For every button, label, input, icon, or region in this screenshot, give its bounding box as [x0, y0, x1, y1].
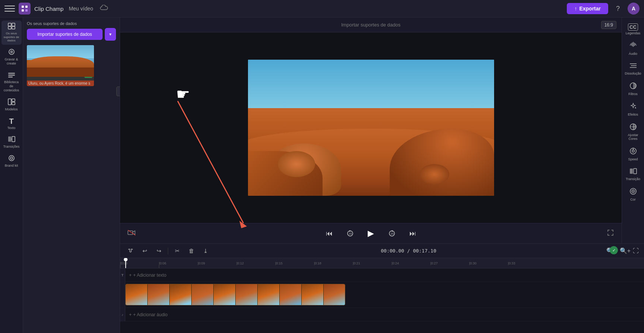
- video-track-content[interactable]: [125, 282, 644, 308]
- delete-clip-button[interactable]: 🗑: [186, 246, 197, 256]
- right-sidebar-item-captions[interactable]: CC Legendas: [623, 21, 643, 38]
- preview-top-bar: Importar suportes de dados 16:9: [120, 18, 622, 32]
- right-sidebar-item-speed[interactable]: Speed: [623, 144, 643, 164]
- skip-back-icon: ⏮: [326, 230, 333, 238]
- svg-point-9: [10, 50, 13, 53]
- play-pause-button[interactable]: ▶: [364, 227, 378, 240]
- video-clip-strip[interactable]: [125, 284, 345, 305]
- right-sidebar-item-audio[interactable]: Áudio: [623, 39, 643, 59]
- ruler-mark-3: |0:12: [236, 258, 275, 268]
- video-frame-4: [192, 284, 214, 305]
- templates-icon: [8, 98, 15, 106]
- right-sidebar-item-dissolve[interactable]: Dissolução: [623, 59, 643, 78]
- add-text-button[interactable]: + + Adicionar texto: [125, 273, 166, 278]
- preview-area: Importar suportes de dados 16:9: [120, 18, 622, 244]
- ruler-mark-6: |0:21: [353, 258, 392, 268]
- text-track-type-label: T: [122, 273, 124, 277]
- add-audio-button[interactable]: + + Adicionar áudio: [125, 312, 167, 317]
- filters-icon: [629, 82, 637, 91]
- download-button[interactable]: ⤓: [200, 246, 211, 256]
- sidebar-library-label: Biblioteca de conteúdos: [3, 80, 20, 92]
- media-item-uluru[interactable]: Uluru, ou Ayers Rock, é um enorme s 🗑 +: [27, 45, 94, 86]
- color-adjust-icon: [629, 123, 637, 132]
- svg-point-33: [632, 150, 634, 152]
- sidebar-item-text[interactable]: T Texto: [1, 115, 22, 132]
- ruler-mark-8: |0:27: [430, 258, 469, 268]
- skip-forward-icon: ⏭: [409, 230, 416, 238]
- add-text-label: + Adicionar texto: [133, 273, 166, 278]
- svg-text:10: 10: [349, 232, 352, 235]
- audio-track-content[interactable]: + + Adicionar áudio: [125, 308, 644, 321]
- right-sidebar-item-cor[interactable]: Cor: [623, 185, 643, 204]
- video-track-label: [120, 282, 125, 308]
- rock-formation: [248, 114, 494, 196]
- audio-track-label: ♪: [120, 308, 125, 321]
- audio-track: ♪ + + Adicionar áudio: [120, 308, 644, 321]
- sidebar-brand-label: Brand kit: [5, 164, 18, 168]
- sidebar-item-transitions[interactable]: Transições: [1, 133, 22, 151]
- rewind-10s-button[interactable]: 10: [343, 227, 357, 240]
- right-sidebar-item-transition[interactable]: Transição: [623, 165, 643, 184]
- ruler-mark-5: |0:18: [314, 258, 353, 268]
- sidebar-item-brand[interactable]: Brand kit: [1, 153, 22, 170]
- svg-rect-16: [8, 136, 11, 142]
- magnet-tool-button[interactable]: [125, 246, 136, 256]
- skip-back-button[interactable]: ⏮: [323, 227, 336, 240]
- import-media-hint: Importar suportes de dados: [341, 22, 400, 28]
- svg-rect-6: [8, 26, 11, 29]
- video-frame-3: [170, 284, 192, 305]
- topbar: Clip Champ Meu vídeo ↑ Exportar ? A: [0, 0, 644, 18]
- timeline-toolbar: ↩ ↪ ✂ 🗑 ⤓ 00:00.00 / 00:17.10 🔍− 🔍+ ⛶: [120, 244, 644, 258]
- right-sidebar-item-filters[interactable]: Filtros: [623, 79, 643, 99]
- import-media-button[interactable]: Importar suportes de dados: [27, 29, 103, 40]
- text-track-label: T: [120, 268, 125, 282]
- export-label: Exportar: [579, 6, 601, 12]
- upload-btn-row: Importar suportes de dados ▾: [23, 28, 120, 43]
- add-text-plus: +: [129, 273, 132, 278]
- sidebar-item-media[interactable]: Os seus suportes de dados: [1, 21, 22, 45]
- export-button[interactable]: ↑ Exportar: [567, 3, 608, 14]
- svg-point-39: [632, 191, 634, 192]
- dissolve-label: Dissolução: [625, 72, 641, 75]
- ruler-mark-4: |0:15: [275, 258, 314, 268]
- video-frame-7: [258, 284, 280, 305]
- right-sidebar-item-color[interactable]: Ajustar Cores: [623, 120, 643, 144]
- help-button[interactable]: ?: [612, 3, 624, 15]
- camera-off-button[interactable]: [128, 230, 136, 238]
- main-area: Os seus suportes de dados Gravar & creat…: [0, 18, 644, 333]
- import-media-dropdown-button[interactable]: ▾: [105, 28, 116, 41]
- project-name[interactable]: Meu vídeo: [69, 6, 93, 12]
- video-background: [248, 60, 494, 196]
- sidebar-item-templates[interactable]: Modelos: [1, 96, 22, 114]
- text-track-content[interactable]: + + Adicionar texto: [125, 268, 644, 282]
- svg-rect-13: [8, 99, 11, 105]
- sidebar-item-record[interactable]: Gravar & create: [1, 46, 22, 68]
- fullscreen-button[interactable]: [607, 229, 614, 238]
- sidebar-media-label: Os seus suportes de dados: [3, 32, 20, 43]
- sidebar-item-library[interactable]: Biblioteca de conteúdos: [1, 69, 22, 94]
- captions-label: Legendas: [626, 31, 641, 35]
- aspect-ratio-badge[interactable]: 16:9: [601, 21, 616, 29]
- timeline-ruler: |0:03 |0:06 |0:09 |0:12 |0:15: [120, 258, 644, 268]
- media-item-label: Uluru, ou Ayers Rock, é um enorme s: [27, 81, 94, 86]
- skip-forward-button[interactable]: ⏭: [406, 227, 420, 240]
- color-adjust-label: Ajustar Cores: [625, 133, 641, 141]
- speed-label: Speed: [628, 157, 638, 161]
- zoom-in-button[interactable]: 🔍+: [620, 247, 631, 254]
- hamburger-menu-button[interactable]: [4, 3, 15, 14]
- media-grid: Uluru, ou Ayers Rock, é um enorme s 🗑 +: [23, 43, 120, 333]
- cut-button[interactable]: ✂: [172, 246, 182, 256]
- right-sidebar: CC Legendas Áudio: [622, 18, 644, 244]
- user-avatar[interactable]: A: [628, 3, 640, 15]
- svg-rect-11: [8, 75, 15, 76]
- svg-rect-1: [25, 6, 28, 8]
- svg-point-20: [10, 157, 13, 159]
- redo-button[interactable]: ↪: [154, 246, 164, 256]
- right-sidebar-item-effects[interactable]: Efeitos: [623, 100, 643, 119]
- forward-10s-button[interactable]: 10: [385, 227, 399, 240]
- undo-button[interactable]: ↩: [139, 246, 150, 256]
- ruler-mark-1: |0:06: [159, 258, 198, 268]
- app-icon: [19, 3, 31, 15]
- zoom-fit-button[interactable]: ⛶: [633, 248, 639, 254]
- export-upload-icon: ↑: [574, 6, 577, 12]
